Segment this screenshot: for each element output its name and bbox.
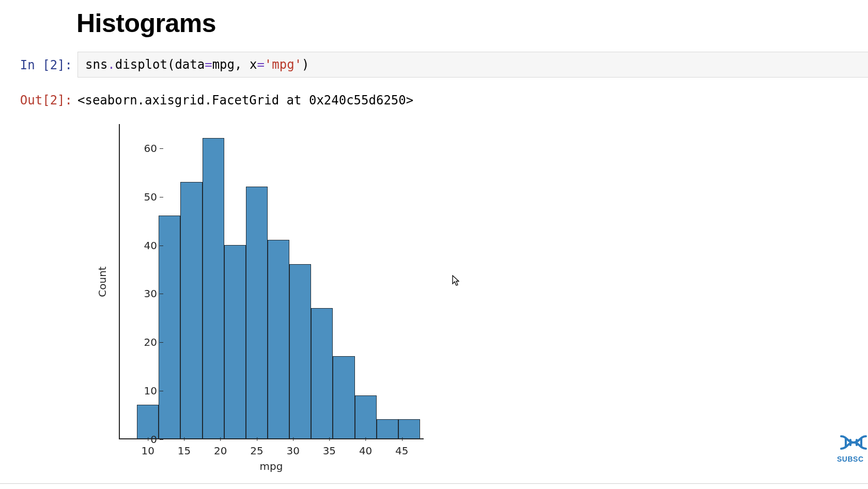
histogram-bar [268,240,289,439]
code-token: 'mpg' [265,57,302,72]
histogram-bar [355,395,377,439]
y-tick: 40 [126,239,157,252]
code-token: data [175,57,205,72]
x-tick: 35 [323,445,336,457]
y-tick: 0 [126,433,157,446]
x-axis-label: mpg [119,460,424,472]
histogram-bar [398,419,420,439]
code-cell-row: In [2]: sns.displot(data=mpg, x='mpg') [10,52,868,78]
histogram-bar [180,182,202,439]
code-token: , [235,57,250,72]
histogram-bar [377,419,398,439]
y-tick: 60 [126,142,157,155]
code-input[interactable]: sns.displot(data=mpg, x='mpg') [78,52,868,78]
output-text: <seaborn.axisgrid.FacetGrid at 0x240c55d… [78,87,413,108]
x-tick: 45 [395,445,408,457]
x-tick: 20 [214,445,227,457]
x-tick: 15 [178,445,191,457]
output-row: Out[2]: <seaborn.axisgrid.FacetGrid at 0… [10,87,868,108]
histogram-bar [246,187,268,439]
input-prompt: In [2]: [10,52,78,78]
y-tick: 50 [126,191,157,203]
code-token: sns [85,57,107,72]
code-token: displot [115,57,167,72]
code-token: = [257,57,264,72]
plot-area [119,124,424,439]
x-tick: 40 [359,445,372,457]
cursor-icon [452,275,459,286]
y-axis-label: Count [96,266,109,297]
histogram-bar [203,138,224,439]
subscribe-label: SUBSC [837,455,868,463]
code-token: mpg [212,57,235,72]
code-token: x [250,57,257,72]
subscribe-badge[interactable]: SUBSC [837,433,868,469]
page-root: Histograms In [2]: sns.displot(data=mpg,… [0,0,868,489]
page-title: Histograms [76,8,216,38]
footer-divider [0,483,868,484]
y-tick: 20 [126,336,157,348]
chart-axes: Count mpg 1015202530354045 0102030405060 [119,124,424,439]
code-token: ( [167,57,175,72]
histogram-bar [333,356,354,439]
histogram-bar [159,216,180,439]
code-token: = [205,57,212,72]
histogram-figure: Count mpg 1015202530354045 0102030405060 [78,119,429,470]
dna-icon [837,433,868,454]
histogram-bar [224,245,246,439]
x-tick: 25 [250,445,263,457]
histogram-bar [311,308,333,439]
x-tick: 10 [141,445,154,457]
code-token: . [107,57,115,72]
output-prompt: Out[2]: [10,87,78,108]
code-token: ) [302,57,309,72]
histogram-bar [289,264,311,439]
y-tick: 10 [126,385,157,397]
y-tick: 30 [126,287,157,300]
x-tick: 30 [286,445,299,457]
